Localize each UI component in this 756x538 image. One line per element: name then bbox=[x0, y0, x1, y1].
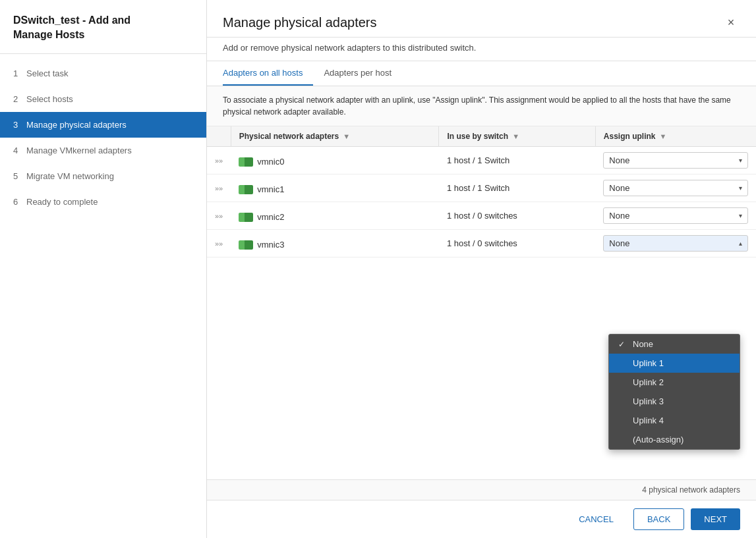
dropdown-item-label: Uplink 4 bbox=[633, 416, 664, 425]
adapters-table: Physical network adapters ▼ In use by sw… bbox=[207, 126, 756, 257]
step-label-6: Ready to complete bbox=[26, 197, 98, 207]
table-row: »»⬛vmnic21 host / 0 switchesNone▾ bbox=[207, 202, 756, 230]
step-num-2: 2 bbox=[13, 94, 26, 104]
table-row: »»⬛vmnic01 host / 1 SwitchNone▾ bbox=[207, 147, 756, 175]
th-expand bbox=[207, 126, 231, 147]
dialog-subtitle: Add or remove physical network adapters … bbox=[207, 38, 756, 61]
dropdown-item-5[interactable]: (Auto-assign) bbox=[609, 430, 740, 449]
nic-icon: ⬛ bbox=[239, 240, 253, 250]
step-label-2: Select hosts bbox=[26, 94, 73, 104]
sidebar-step-4[interactable]: 4Manage VMkernel adapters bbox=[0, 138, 206, 163]
dropdown-item-0[interactable]: ✓None bbox=[609, 335, 740, 354]
sidebar-steps: 1Select task2Select hosts3Manage physica… bbox=[0, 54, 206, 538]
footer-count-bar: 4 physical network adapters bbox=[207, 479, 756, 500]
nic-name: vmnic2 bbox=[257, 212, 284, 222]
dialog-header: Manage physical adapters × bbox=[207, 0, 756, 38]
next-button[interactable]: NEXT bbox=[691, 508, 740, 530]
inuse-cell: 1 host / 1 Switch bbox=[439, 175, 595, 202]
nic-name: vmnic1 bbox=[257, 184, 284, 194]
dropdown-item-1[interactable]: Uplink 1 bbox=[609, 354, 740, 373]
uplink-dropdown-menu: ✓NoneUplink 1Uplink 2Uplink 3Uplink 4(Au… bbox=[608, 334, 740, 450]
step-label-5: Migrate VM networking bbox=[26, 171, 114, 181]
uplink-select[interactable]: None▾ bbox=[603, 207, 748, 224]
expand-button[interactable]: »» bbox=[215, 157, 223, 165]
inuse-cell: 1 host / 1 Switch bbox=[439, 147, 595, 175]
nic-icon: ⬛ bbox=[239, 213, 253, 222]
dropdown-item-3[interactable]: Uplink 3 bbox=[609, 392, 740, 411]
chevron-down-icon: ▾ bbox=[739, 212, 742, 219]
th-uplink: Assign uplink ▼ bbox=[595, 126, 756, 147]
uplink-select-open[interactable]: None▴ bbox=[603, 235, 748, 252]
dropdown-item-label: (Auto-assign) bbox=[633, 435, 683, 444]
step-label-4: Manage VMkernel adapters bbox=[26, 146, 132, 155]
tab-1[interactable]: Adapters per host bbox=[324, 61, 402, 86]
cancel-button[interactable]: CANCEL bbox=[566, 508, 627, 530]
check-mark-icon: ✓ bbox=[618, 340, 627, 349]
th-inuse: In use by switch ▼ bbox=[439, 126, 595, 147]
step-num-4: 4 bbox=[13, 146, 26, 155]
sidebar-title: DSwitch_test - Add and Manage Hosts bbox=[0, 0, 206, 54]
sidebar-step-1[interactable]: 1Select task bbox=[0, 61, 206, 86]
inuse-cell: 1 host / 0 switches bbox=[439, 230, 595, 257]
dropdown-item-2[interactable]: Uplink 2 bbox=[609, 373, 740, 392]
chevron-down-icon: ▾ bbox=[739, 157, 742, 164]
chevron-up-icon: ▴ bbox=[739, 240, 742, 247]
step-num-5: 5 bbox=[13, 171, 26, 181]
sidebar-step-2[interactable]: 2Select hosts bbox=[0, 86, 206, 112]
adapter-filter-icon[interactable]: ▼ bbox=[343, 132, 350, 140]
info-text: To associate a physical network adapter … bbox=[207, 86, 756, 126]
dropdown-item-4[interactable]: Uplink 4 bbox=[609, 411, 740, 430]
uplink-value: None bbox=[609, 211, 629, 221]
nic-icon: ⬛ bbox=[239, 157, 253, 167]
uplink-select[interactable]: None▾ bbox=[603, 152, 748, 169]
step-label-1: Select task bbox=[26, 68, 69, 78]
dropdown-item-label: Uplink 1 bbox=[633, 358, 664, 368]
dialog-title: Manage physical adapters bbox=[223, 15, 376, 30]
tab-0[interactable]: Adapters on all hosts bbox=[223, 61, 313, 86]
tabs-bar: Adapters on all hostsAdapters per host bbox=[207, 61, 756, 86]
main-dialog: Manage physical adapters × Add or remove… bbox=[207, 0, 756, 538]
th-adapter: Physical network adapters ▼ bbox=[231, 126, 439, 147]
table-row: »»⬛vmnic11 host / 1 SwitchNone▾ bbox=[207, 175, 756, 202]
chevron-down-icon: ▾ bbox=[739, 184, 742, 192]
dropdown-item-label: Uplink 3 bbox=[633, 396, 664, 406]
nic-name: vmnic0 bbox=[257, 157, 284, 167]
back-button[interactable]: BACK bbox=[633, 508, 684, 530]
step-num-1: 1 bbox=[13, 68, 26, 78]
uplink-value: None bbox=[609, 183, 629, 193]
inuse-cell: 1 host / 0 switches bbox=[439, 202, 595, 230]
uplink-value: None bbox=[609, 155, 629, 165]
step-num-6: 6 bbox=[13, 197, 26, 207]
expand-button[interactable]: »» bbox=[215, 240, 223, 248]
nic-icon: ⬛ bbox=[239, 185, 253, 194]
expand-button[interactable]: »» bbox=[215, 184, 223, 192]
uplink-value: None bbox=[609, 238, 629, 248]
sidebar: DSwitch_test - Add and Manage Hosts 1Sel… bbox=[0, 0, 207, 538]
uplink-filter-icon[interactable]: ▼ bbox=[660, 132, 667, 140]
adapters-table-container: Physical network adapters ▼ In use by sw… bbox=[207, 126, 756, 479]
uplink-select[interactable]: None▾ bbox=[603, 180, 748, 196]
dropdown-item-label: Uplink 2 bbox=[633, 377, 664, 387]
sidebar-step-3[interactable]: 3Manage physical adapters bbox=[0, 112, 206, 138]
close-button[interactable]: × bbox=[722, 13, 740, 32]
footer-count: 4 physical network adapters bbox=[642, 485, 740, 495]
dropdown-item-label: None bbox=[633, 339, 653, 349]
dialog-footer: CANCEL BACK NEXT bbox=[207, 500, 756, 538]
sidebar-step-6[interactable]: 6Ready to complete bbox=[0, 189, 206, 215]
nic-name: vmnic3 bbox=[257, 240, 284, 250]
expand-button[interactable]: »» bbox=[215, 212, 223, 220]
step-num-3: 3 bbox=[13, 120, 26, 130]
sidebar-step-5[interactable]: 5Migrate VM networking bbox=[0, 163, 206, 189]
inuse-filter-icon[interactable]: ▼ bbox=[512, 132, 519, 140]
step-label-3: Manage physical adapters bbox=[26, 120, 127, 130]
table-row: »»⬛vmnic31 host / 0 switchesNone▴ bbox=[207, 230, 756, 257]
